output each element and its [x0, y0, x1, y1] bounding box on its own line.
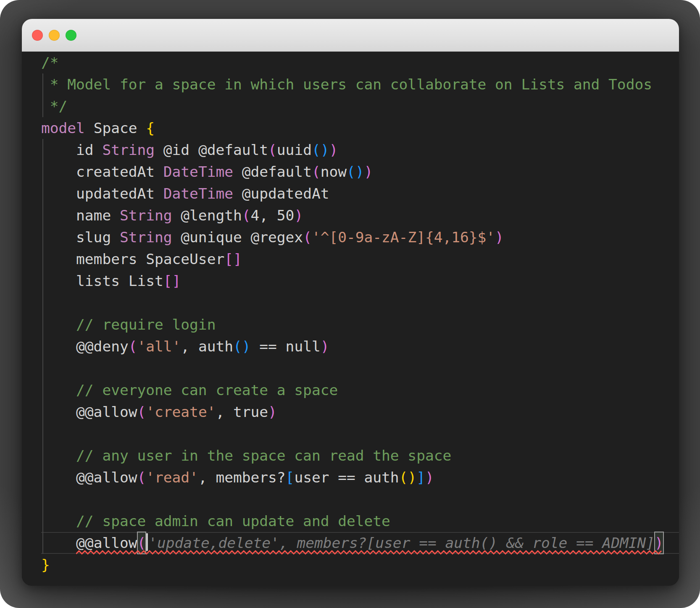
code-line[interactable]: */ — [41, 95, 679, 117]
code-editor[interactable]: /* * Model for a space in which users ca… — [22, 52, 679, 585]
code-token: , true — [216, 404, 268, 420]
code-line[interactable]: lists List[] — [41, 270, 679, 292]
indent-guide — [42, 139, 43, 554]
code-token: 'read' — [146, 469, 198, 486]
code-token: uuid — [277, 142, 312, 158]
code-token: [] — [163, 273, 181, 289]
code-token: // space admin can update and delete — [41, 513, 390, 529]
close-button[interactable] — [32, 30, 43, 41]
code-line[interactable]: // any user in the space can read the sp… — [41, 445, 679, 466]
code-token: @@allow — [41, 404, 137, 420]
code-token: ) — [495, 229, 504, 246]
traffic-lights — [32, 30, 76, 41]
code-line[interactable]: name String @length(4, 50) — [41, 204, 679, 226]
code-token: ) — [329, 142, 338, 158]
code-token: ( — [303, 229, 312, 246]
code-token: ) — [655, 532, 663, 554]
code-token: [] — [224, 251, 242, 267]
inline-suggestion-ghost-text: 'update,delete', members?[user == auth()… — [148, 535, 655, 551]
maximize-button[interactable] — [66, 30, 76, 41]
code-line[interactable]: // everyone can create a space — [41, 379, 679, 401]
code-token: members SpaceUser — [41, 251, 224, 267]
code-token — [41, 535, 76, 551]
code-token: String — [120, 229, 172, 246]
code-token: ( — [129, 338, 137, 355]
code-token: , members? — [198, 469, 286, 486]
code-token: ) — [364, 163, 373, 180]
code-line[interactable]: /* — [41, 52, 679, 73]
error-squiggle-region: @@allow('update,delete', members?[user =… — [76, 532, 663, 554]
code-line[interactable] — [41, 292, 679, 314]
code-token: } — [41, 556, 50, 573]
code-line[interactable]: @@allow('create', true) — [41, 401, 679, 423]
code-line[interactable]: updatedAt DateTime @updatedAt — [41, 183, 679, 204]
code-token: ( — [268, 142, 277, 158]
code-token: () — [347, 163, 364, 180]
code-token: '^[0-9a-zA-Z]{4,16}$' — [312, 229, 495, 246]
code-token: { — [146, 120, 155, 136]
code-line[interactable]: slug String @unique @regex('^[0-9a-zA-Z]… — [41, 226, 679, 248]
code-token: id — [41, 142, 102, 158]
code-token: @@allow — [76, 535, 137, 551]
code-token: @unique @regex — [172, 229, 303, 246]
code-token: updatedAt — [41, 185, 163, 202]
app-window: /* * Model for a space in which users ca… — [22, 19, 679, 586]
code-line[interactable]: // require login — [41, 314, 679, 335]
code-token: 4, 50 — [251, 207, 295, 224]
code-line[interactable]: members SpaceUser[] — [41, 248, 679, 270]
window-title-bar[interactable] — [22, 19, 679, 52]
code-token: @updatedAt — [233, 185, 329, 202]
code-token: lists List — [41, 273, 163, 289]
text-cursor — [146, 533, 148, 551]
code-line[interactable]: @@deny('all', auth() == null) — [41, 335, 679, 357]
code-token: // require login — [41, 316, 216, 333]
code-token: ) — [321, 338, 329, 355]
code-token: ( — [137, 532, 146, 554]
code-token: 'all' — [137, 338, 181, 355]
code-token: user == auth — [294, 469, 399, 486]
code-token: DateTime — [163, 185, 233, 202]
code-token: now — [321, 163, 347, 180]
code-token: ( — [312, 163, 321, 180]
code-token: == null — [251, 338, 321, 355]
code-line[interactable]: } — [41, 554, 679, 576]
code-token: model — [41, 120, 85, 136]
code-token: DateTime — [163, 163, 233, 180]
code-line[interactable]: @@allow('update,delete', members?[user =… — [41, 532, 679, 554]
code-token: ] — [416, 469, 425, 486]
code-token: // any user in the space can read the sp… — [41, 447, 451, 464]
minimize-button[interactable] — [49, 30, 60, 41]
code-token: String — [120, 207, 172, 224]
code-token: @length — [172, 207, 242, 224]
code-line[interactable] — [41, 423, 679, 445]
code-token: () — [399, 469, 417, 486]
code-line[interactable]: @@allow('read', members?[user == auth()]… — [41, 466, 679, 488]
code-line[interactable]: // space admin can update and delete — [41, 510, 679, 532]
code-token: @@allow — [41, 469, 137, 486]
code-token: ) — [268, 404, 277, 420]
code-token: [ — [286, 469, 295, 486]
code-token: name — [41, 207, 120, 224]
screenshot-frame: /* * Model for a space in which users ca… — [0, 0, 700, 608]
code-token: ) — [425, 469, 434, 486]
code-token: Space — [85, 120, 146, 136]
code-line[interactable]: * Model for a space in which users can c… — [41, 73, 679, 95]
code-token: @id @default — [155, 142, 268, 158]
code-line[interactable]: id String @id @default(uuid()) — [41, 139, 679, 161]
code-token: ) — [294, 207, 303, 224]
code-line[interactable] — [41, 357, 679, 379]
code-token: 'create' — [146, 404, 216, 420]
code-line[interactable]: model Space { — [41, 117, 679, 139]
code-token: // everyone can create a space — [41, 382, 338, 398]
code-line[interactable]: createdAt DateTime @default(now()) — [41, 161, 679, 183]
code-token: /* — [41, 54, 59, 71]
code-line[interactable] — [41, 488, 679, 510]
code-token: createdAt — [41, 163, 163, 180]
code-token: ( — [137, 469, 146, 486]
code-token: () — [312, 142, 329, 158]
code-token: String — [102, 142, 155, 158]
code-token: () — [233, 338, 251, 355]
indent-guide — [42, 73, 43, 117]
code-token: */ — [41, 98, 67, 115]
code-token: , auth — [181, 338, 233, 355]
